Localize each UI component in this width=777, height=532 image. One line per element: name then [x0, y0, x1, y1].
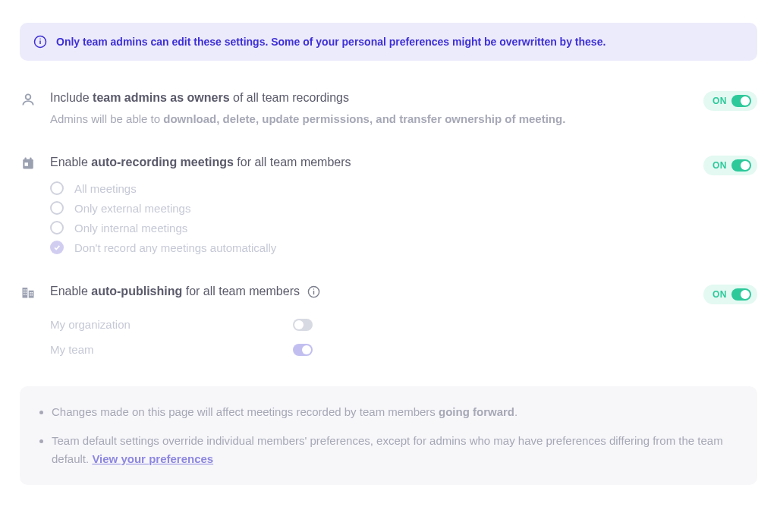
auto-publishing-subs: My organization My team — [50, 318, 757, 356]
radio-unchecked-icon — [50, 201, 64, 215]
svg-point-2 — [39, 39, 41, 40]
view-preferences-link[interactable]: View your preferences — [92, 452, 213, 465]
svg-rect-16 — [30, 292, 31, 294]
setting-title: Enable auto-recording meetings for all t… — [50, 156, 757, 169]
title-bold: team admins as owners — [93, 91, 230, 104]
title-prefix: Enable — [50, 156, 91, 168]
toggle-switch-icon — [731, 95, 751, 107]
footer-notes: Changes made on this page will affect me… — [20, 386, 757, 485]
radio-option-all-meetings[interactable]: All meetings — [50, 181, 757, 195]
footer-note-2: Team default settings override individua… — [52, 432, 738, 468]
radio-label: Only external meetings — [74, 202, 190, 215]
info-icon[interactable] — [307, 285, 320, 298]
radio-label: Only internal meetings — [74, 222, 187, 235]
svg-rect-15 — [26, 294, 27, 295]
svg-rect-7 — [30, 158, 31, 161]
radio-checked-icon — [50, 241, 64, 254]
svg-rect-5 — [25, 162, 29, 166]
toggle-label: ON — [713, 160, 727, 171]
note-text: Changes made on this page will affect me… — [52, 405, 439, 418]
setting-title: Include team admins as owners of all tea… — [50, 91, 757, 105]
title-bold: auto-publishing — [91, 285, 182, 297]
svg-rect-13 — [26, 291, 27, 293]
title-suffix: for all team members — [234, 156, 351, 168]
info-icon — [33, 35, 47, 49]
title-bold: auto-recording meetings — [91, 156, 234, 168]
radio-unchecked-icon — [50, 221, 64, 235]
toggle-switch-icon — [731, 159, 751, 172]
svg-rect-18 — [30, 294, 31, 296]
admins-owners-toggle[interactable]: ON — [703, 91, 757, 111]
svg-rect-17 — [32, 292, 33, 294]
building-icon — [20, 285, 36, 299]
svg-rect-9 — [29, 291, 34, 298]
setting-auto-recording: Enable auto-recording meetings for all t… — [20, 156, 757, 254]
svg-rect-11 — [26, 289, 27, 291]
svg-rect-10 — [24, 289, 25, 291]
toggle-switch-icon — [731, 288, 751, 301]
svg-rect-8 — [23, 288, 28, 298]
desc-bold: download, delete, update permissions, an… — [163, 112, 565, 125]
radio-option-only-external[interactable]: Only external meetings — [50, 201, 757, 215]
admin-info-banner: Only team admins can edit these settings… — [20, 23, 757, 61]
title-prefix: Enable — [50, 285, 91, 297]
svg-point-3 — [26, 94, 31, 99]
auto-recording-toggle[interactable]: ON — [703, 156, 757, 175]
note-suffix: . — [514, 405, 517, 418]
svg-rect-12 — [24, 291, 25, 293]
auto-publishing-toggle[interactable]: ON — [703, 285, 757, 304]
toggle-label: ON — [713, 96, 727, 106]
radio-option-dont-record[interactable]: Don't record any meetings automatically — [50, 241, 757, 254]
setting-title: Enable auto-publishing for all team memb… — [50, 285, 320, 298]
person-icon — [20, 92, 36, 107]
setting-description: Admins will be able to download, delete,… — [50, 112, 757, 125]
calendar-icon — [20, 156, 36, 170]
toggle-on-disabled-icon — [293, 344, 313, 356]
toggle-label: ON — [713, 289, 727, 300]
desc-prefix: Admins will be able to — [50, 112, 163, 125]
sub-toggle-my-team[interactable]: My team — [50, 343, 757, 356]
setting-admins-as-owners: Include team admins as owners of all tea… — [20, 91, 757, 125]
svg-rect-6 — [25, 158, 27, 161]
setting-auto-publishing: Enable auto-publishing for all team memb… — [20, 285, 757, 356]
note-bold: going forward — [439, 405, 514, 418]
title-prefix: Include — [50, 91, 93, 104]
sub-toggle-label: My organization — [50, 318, 293, 331]
radio-label: All meetings — [74, 182, 137, 195]
svg-rect-14 — [24, 294, 25, 295]
radio-option-only-internal[interactable]: Only internal meetings — [50, 221, 757, 235]
auto-recording-options: All meetings Only external meetings Only… — [50, 181, 757, 254]
admin-info-banner-text: Only team admins can edit these settings… — [56, 36, 606, 48]
title-suffix: of all team recordings — [230, 91, 349, 104]
sub-toggle-my-organization[interactable]: My organization — [50, 318, 757, 331]
title-suffix: for all team members — [182, 285, 300, 297]
toggle-off-icon — [293, 319, 313, 331]
svg-rect-19 — [32, 294, 33, 296]
sub-toggle-label: My team — [50, 343, 293, 356]
radio-unchecked-icon — [50, 181, 64, 195]
footer-note-1: Changes made on this page will affect me… — [52, 403, 738, 421]
radio-label: Don't record any meetings automatically — [74, 241, 276, 254]
svg-point-22 — [313, 288, 314, 289]
